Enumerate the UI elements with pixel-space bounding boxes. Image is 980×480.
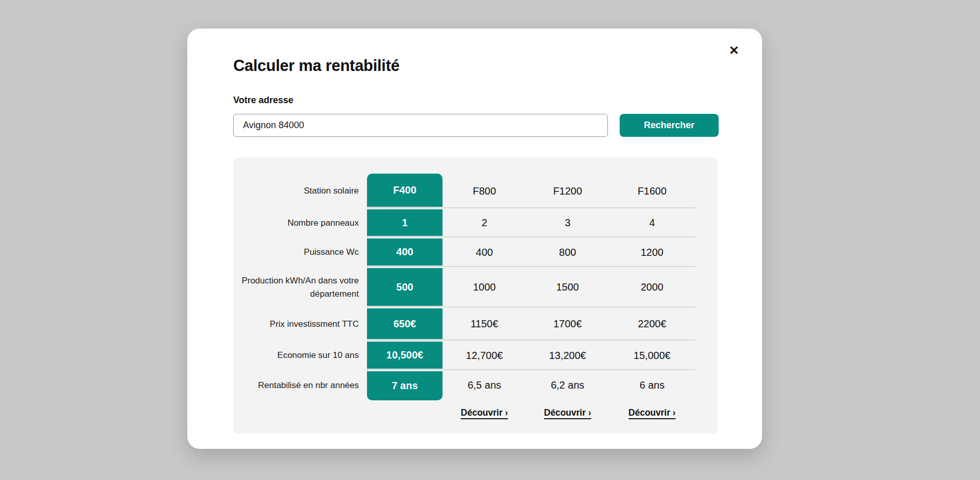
- address-input[interactable]: [233, 114, 608, 137]
- row-label: Puissance Wc: [233, 237, 367, 267]
- discover-link-f1200[interactable]: Découvrir ›: [544, 407, 591, 418]
- close-icon: ✕: [729, 43, 739, 58]
- value-cell: 800: [526, 237, 609, 267]
- table-row: Nombre panneaux 1 2 3 4: [233, 208, 695, 237]
- value-cell: 6,2 ans: [526, 370, 609, 400]
- value-cell: 2200€: [609, 307, 695, 341]
- table-row: Station solaire F400 F800 F1200 F1600: [233, 174, 695, 208]
- address-label: Votre adresse: [233, 95, 293, 106]
- value-cell: 13,200€: [526, 341, 609, 370]
- table-row: Prix investissment TTC 650€ 1150€ 1700€ …: [233, 307, 695, 341]
- highlight-cell: 7 ans: [367, 371, 443, 400]
- row-label: Rentabilisé en nbr années: [233, 370, 367, 400]
- table-row: Production kWh/An dans votre département…: [233, 267, 695, 307]
- row-label: Nombre panneaux: [233, 208, 367, 237]
- value-cell: 4: [609, 208, 695, 237]
- value-cell: F800: [443, 174, 526, 208]
- table-row: Rentabilisé en nbr années 7 ans 6,5 ans …: [233, 370, 695, 400]
- value-cell: 1150€: [443, 307, 526, 341]
- value-cell: 2000: [609, 267, 695, 307]
- value-cell: 400: [443, 237, 526, 267]
- table-row: Economie sur 10 ans 10,500€ 12,700€ 13,2…: [233, 341, 695, 370]
- highlight-cell: 500: [367, 268, 443, 306]
- row-label: Prix investissment TTC: [233, 307, 367, 341]
- value-cell: 15,000€: [609, 341, 695, 370]
- value-cell: 6 ans: [609, 370, 695, 400]
- value-cell: 12,700€: [443, 341, 526, 370]
- value-cell: 3: [526, 208, 609, 237]
- discover-link-f1600[interactable]: Découvrir ›: [628, 407, 675, 418]
- table-row: Puissance Wc 400 400 800 1200: [233, 237, 695, 267]
- value-cell: 1200: [609, 237, 695, 267]
- value-cell: 2: [443, 208, 526, 237]
- row-label: Production kWh/An dans votre département: [233, 267, 367, 307]
- page-title: Calculer ma rentabilité: [233, 57, 400, 75]
- highlight-cell: F400: [367, 174, 443, 207]
- value-cell: 1000: [443, 267, 526, 307]
- search-button[interactable]: Rechercher: [620, 114, 719, 137]
- value-cell: F1600: [609, 174, 695, 208]
- value-cell: 6,5 ans: [443, 370, 526, 400]
- value-cell: 1500: [526, 267, 609, 307]
- close-button[interactable]: ✕: [725, 42, 743, 59]
- highlight-cell: 1: [367, 209, 443, 236]
- pricing-table: Station solaire F400 F800 F1200 F1600 No…: [233, 158, 718, 434]
- row-label: Station solaire: [233, 174, 367, 208]
- discover-link-f800[interactable]: Découvrir ›: [461, 407, 508, 418]
- highlight-cell: 400: [367, 238, 443, 266]
- links-row: Découvrir › Découvrir › Découvrir ›: [233, 400, 695, 425]
- row-label: Economie sur 10 ans: [233, 341, 367, 370]
- value-cell: F1200: [526, 174, 609, 208]
- value-cell: 1700€: [526, 307, 609, 341]
- rentability-modal: ✕ Calculer ma rentabilité Votre adresse …: [187, 29, 762, 449]
- highlight-cell: 650€: [367, 308, 443, 339]
- highlight-cell: 10,500€: [367, 342, 443, 369]
